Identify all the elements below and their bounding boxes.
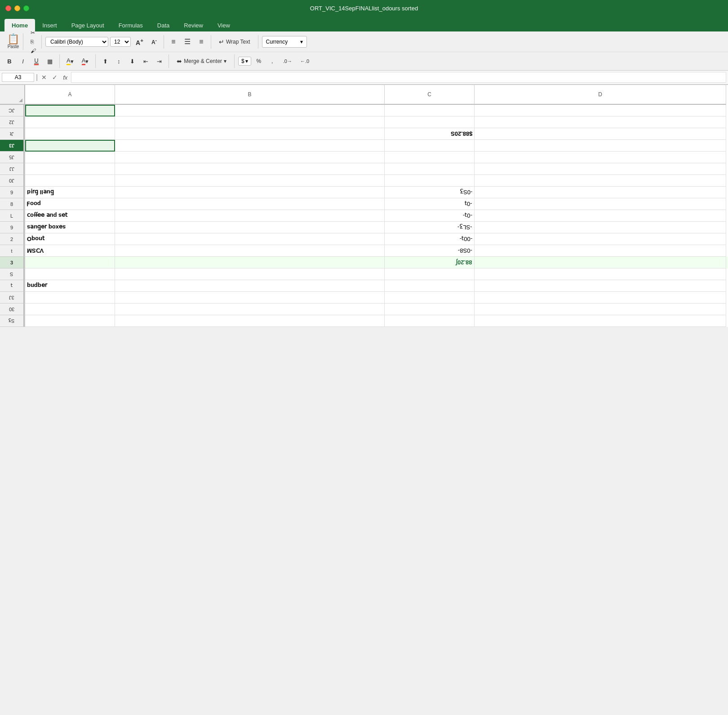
row-header-J5[interactable]: J5 [0,152,24,163]
cell-9-B[interactable] [115,187,385,198]
cell-Jt-D[interactable] [475,128,726,140]
cell-L-D[interactable] [475,210,726,222]
row-header-30[interactable]: 30 [0,304,24,315]
cell-3-C[interactable]: 88.20ʃ [385,257,475,268]
cell-JC-A[interactable] [25,105,115,116]
cell-J2-A[interactable] [25,116,115,128]
cell-S-A[interactable] [25,268,115,280]
cancel-formula-button[interactable]: ✕ [40,74,49,81]
col-header-A[interactable]: A [25,85,115,105]
paste-area[interactable]: 📋 Paste [4,33,23,50]
row-header-3[interactable]: 3 [0,257,24,268]
cell-9-A[interactable]: ƃuɐll ɓɹᴉd [25,187,115,198]
cell-JC-C[interactable] [385,105,475,116]
cell-3-B[interactable] [115,257,385,268]
row-header-JJ[interactable]: JJ [0,163,24,175]
increase-decimal-button[interactable]: .0→ [280,55,295,67]
cell-J3-D[interactable] [475,140,726,152]
copy-button[interactable]: ⎘ [29,38,38,46]
strikethrough-button[interactable]: ▦ [44,55,56,67]
cell-30-A[interactable] [25,304,115,315]
cell-JJ-D[interactable] [475,163,726,175]
cell-8-C[interactable]: -0ʇ [385,198,475,210]
fullscreen-button[interactable] [23,5,29,11]
cell-S-D[interactable] [475,268,726,280]
align-left-button[interactable]: ≡ [168,36,179,48]
cell-t-D[interactable] [475,245,726,257]
cell-J0-B[interactable] [115,175,385,187]
comma-button[interactable]: , [266,55,278,67]
row-header-9[interactable]: 9 [0,187,24,198]
bold-button[interactable]: B [4,55,15,67]
cell-J0-A[interactable] [25,175,115,187]
cell-Jt-A[interactable] [25,128,115,140]
cell-J5-C[interactable] [385,152,475,163]
cell-J3-B[interactable] [115,140,385,152]
tab-data[interactable]: Data [150,19,177,31]
formula-input[interactable] [71,72,726,83]
cell-L-B[interactable] [115,210,385,222]
increase-font-size-button[interactable]: A+ [133,36,146,48]
cell-J2-B[interactable] [115,116,385,128]
cell-J5-A[interactable] [25,152,115,163]
col-header-D[interactable]: D [475,85,726,105]
dollar-button[interactable]: $ ▾ [238,57,251,66]
cell-9b-A[interactable]: sǝxoq ɹǝƃuɐs [25,222,115,233]
cell-L-A[interactable]: ʇǝs puɐ ǝǝɟɟoɔ [25,210,115,222]
cell-J0-D[interactable] [475,175,726,187]
cell-3J-A[interactable] [25,292,115,304]
row-header-9b[interactable]: 9 [0,222,24,233]
close-button[interactable] [5,5,11,11]
decrease-decimal-button[interactable]: ←.0 [297,55,312,67]
cell-8-A[interactable]: pooℲ [25,198,115,210]
wrap-text-button[interactable]: ↵ Wrap Text [215,36,254,47]
cell-3J-C[interactable] [385,292,475,304]
cell-3J-D[interactable] [475,292,726,304]
merge-center-button[interactable]: ⬌ Merge & Center ▾ [173,56,231,67]
row-header-Sz[interactable]: Sʒ [0,315,24,327]
percent-button[interactable]: % [253,55,265,67]
cell-Sz-C[interactable] [385,315,475,327]
underline-button[interactable]: U [31,55,42,67]
cell-t-A[interactable]: VƆSM [25,245,115,257]
cell-J2-C[interactable] [385,116,475,128]
valign-bottom-button[interactable]: ⬇ [126,55,138,67]
col-header-B[interactable]: B [115,85,385,105]
cell-30-B[interactable] [115,304,385,315]
cell-J2-D[interactable] [475,116,726,128]
cell-J5-B[interactable] [115,152,385,163]
cell-Sz-B[interactable] [115,315,385,327]
col-header-C[interactable]: C [385,85,475,105]
cell-t-B[interactable] [115,245,385,257]
fill-color-button[interactable]: A ▾ [63,55,77,67]
cell-1-A[interactable]: ɹǝqpnq [25,280,115,292]
row-header-J3[interactable]: J3 [0,140,24,152]
cell-3-A[interactable] [25,257,115,268]
align-center-button[interactable]: ☰ [181,36,194,48]
minimize-button[interactable] [14,5,20,11]
cell-JJ-A[interactable] [25,163,115,175]
cell-S-C[interactable] [385,268,475,280]
cell-30-D[interactable] [475,304,726,315]
cell-J3-C[interactable] [385,140,475,152]
cell-9b-C[interactable]: -SLʒ- [385,222,475,233]
row-header-JC[interactable]: JC [0,105,24,116]
valign-top-button[interactable]: ⬆ [99,55,111,67]
tab-view[interactable]: View [210,19,237,31]
decrease-font-size-button[interactable]: A- [148,36,160,48]
row-header-3J[interactable]: 3J [0,292,24,304]
cell-JC-D[interactable] [475,105,726,116]
increase-indent-button[interactable]: ⇥ [153,55,165,67]
cell-J0-C[interactable] [385,175,475,187]
cell-L-C[interactable]: -0ʇ- [385,210,475,222]
cell-Jt-B[interactable] [115,128,385,140]
cell-J5-D[interactable] [475,152,726,163]
cell-2-B[interactable] [115,233,385,245]
row-header-Jt[interactable]: Jt [0,128,24,140]
cell-J3-A[interactable] [25,140,115,152]
row-header-8[interactable]: 8 [0,198,24,210]
cell-9-C[interactable]: -0Sʒ [385,187,475,198]
cell-JC-B[interactable] [115,105,385,116]
tab-review[interactable]: Review [177,19,210,31]
font-color-button[interactable]: A ▾ [79,55,92,67]
